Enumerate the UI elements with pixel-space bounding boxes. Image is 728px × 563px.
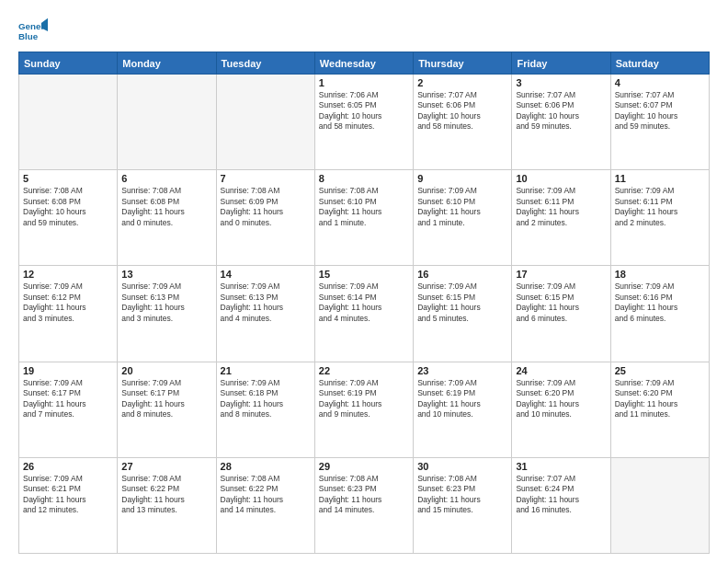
calendar-day-cell: 14Sunrise: 7:09 AM Sunset: 6:13 PM Dayli…	[216, 266, 314, 362]
calendar-day-cell: 30Sunrise: 7:08 AM Sunset: 6:23 PM Dayli…	[414, 457, 512, 553]
day-info: Sunrise: 7:09 AM Sunset: 6:20 PM Dayligh…	[516, 378, 606, 420]
calendar-week-row: 1Sunrise: 7:06 AM Sunset: 6:05 PM Daylig…	[19, 75, 710, 170]
day-info: Sunrise: 7:08 AM Sunset: 6:10 PM Dayligh…	[319, 186, 409, 228]
calendar-day-cell: 24Sunrise: 7:09 AM Sunset: 6:20 PM Dayli…	[512, 362, 610, 457]
calendar-day-cell: 29Sunrise: 7:08 AM Sunset: 6:23 PM Dayli…	[314, 457, 413, 553]
weekday-header-tuesday: Tuesday	[216, 52, 314, 75]
page: General Blue SundayMondayTuesdayWednesda…	[0, 0, 728, 563]
day-info: Sunrise: 7:07 AM Sunset: 6:24 PM Dayligh…	[516, 474, 606, 516]
weekday-header-saturday: Saturday	[610, 52, 709, 75]
calendar-day-cell: 8Sunrise: 7:08 AM Sunset: 6:10 PM Daylig…	[314, 170, 413, 266]
day-number: 27	[121, 461, 211, 472]
calendar-day-cell: 4Sunrise: 7:07 AM Sunset: 6:07 PM Daylig…	[610, 75, 709, 170]
day-info: Sunrise: 7:09 AM Sunset: 6:20 PM Dayligh…	[615, 378, 705, 420]
day-info: Sunrise: 7:06 AM Sunset: 6:05 PM Dayligh…	[319, 90, 409, 132]
calendar-day-cell: 19Sunrise: 7:09 AM Sunset: 6:17 PM Dayli…	[19, 362, 118, 457]
day-number: 12	[23, 269, 113, 280]
day-info: Sunrise: 7:09 AM Sunset: 6:13 PM Dayligh…	[221, 282, 311, 324]
day-number: 2	[417, 77, 507, 88]
calendar-day-cell: 11Sunrise: 7:09 AM Sunset: 6:11 PM Dayli…	[610, 170, 709, 266]
day-info: Sunrise: 7:09 AM Sunset: 6:19 PM Dayligh…	[417, 378, 507, 420]
calendar-day-cell: 10Sunrise: 7:09 AM Sunset: 6:11 PM Dayli…	[512, 170, 610, 266]
day-info: Sunrise: 7:07 AM Sunset: 6:07 PM Dayligh…	[615, 90, 705, 132]
day-info: Sunrise: 7:09 AM Sunset: 6:11 PM Dayligh…	[615, 186, 705, 228]
day-number: 1	[319, 77, 409, 88]
day-info: Sunrise: 7:07 AM Sunset: 6:06 PM Dayligh…	[417, 90, 507, 132]
calendar-day-cell: 26Sunrise: 7:09 AM Sunset: 6:21 PM Dayli…	[19, 457, 118, 553]
day-number: 10	[516, 173, 606, 184]
calendar-day-cell: 18Sunrise: 7:09 AM Sunset: 6:16 PM Dayli…	[610, 266, 709, 362]
day-info: Sunrise: 7:07 AM Sunset: 6:06 PM Dayligh…	[516, 90, 606, 132]
day-number: 5	[23, 173, 113, 184]
day-number: 23	[417, 365, 507, 376]
calendar-day-cell: 25Sunrise: 7:09 AM Sunset: 6:20 PM Dayli…	[610, 362, 709, 457]
calendar-day-cell: 23Sunrise: 7:09 AM Sunset: 6:19 PM Dayli…	[414, 362, 512, 457]
day-number: 31	[516, 461, 606, 472]
day-info: Sunrise: 7:08 AM Sunset: 6:23 PM Dayligh…	[417, 474, 507, 516]
calendar-week-row: 26Sunrise: 7:09 AM Sunset: 6:21 PM Dayli…	[19, 457, 710, 553]
day-info: Sunrise: 7:09 AM Sunset: 6:12 PM Dayligh…	[23, 282, 113, 324]
day-number: 26	[23, 461, 113, 472]
calendar-day-cell: 31Sunrise: 7:07 AM Sunset: 6:24 PM Dayli…	[512, 457, 610, 553]
weekday-header-sunday: Sunday	[19, 52, 118, 75]
calendar-day-cell	[19, 75, 118, 170]
day-info: Sunrise: 7:09 AM Sunset: 6:10 PM Dayligh…	[417, 186, 507, 228]
calendar-day-cell: 20Sunrise: 7:09 AM Sunset: 6:17 PM Dayli…	[118, 362, 216, 457]
day-number: 7	[221, 173, 311, 184]
day-number: 11	[615, 173, 705, 184]
calendar-day-cell: 6Sunrise: 7:08 AM Sunset: 6:08 PM Daylig…	[118, 170, 216, 266]
calendar-day-cell: 1Sunrise: 7:06 AM Sunset: 6:05 PM Daylig…	[314, 75, 413, 170]
day-info: Sunrise: 7:09 AM Sunset: 6:21 PM Dayligh…	[23, 474, 113, 516]
svg-text:Blue: Blue	[18, 31, 39, 41]
weekday-header-friday: Friday	[512, 52, 610, 75]
day-info: Sunrise: 7:09 AM Sunset: 6:13 PM Dayligh…	[121, 282, 211, 324]
day-number: 29	[319, 461, 409, 472]
day-info: Sunrise: 7:09 AM Sunset: 6:17 PM Dayligh…	[121, 378, 211, 420]
calendar-day-cell	[610, 457, 709, 553]
day-info: Sunrise: 7:09 AM Sunset: 6:16 PM Dayligh…	[615, 282, 705, 324]
day-number: 4	[615, 77, 705, 88]
day-number: 15	[319, 269, 409, 280]
day-info: Sunrise: 7:08 AM Sunset: 6:22 PM Dayligh…	[221, 474, 311, 516]
general-blue-logo-icon: General Blue	[18, 17, 48, 46]
calendar-table: SundayMondayTuesdayWednesdayThursdayFrid…	[18, 52, 710, 554]
day-number: 28	[221, 461, 311, 472]
day-info: Sunrise: 7:09 AM Sunset: 6:15 PM Dayligh…	[417, 282, 507, 324]
day-info: Sunrise: 7:09 AM Sunset: 6:15 PM Dayligh…	[516, 282, 606, 324]
logo: General Blue	[18, 17, 48, 46]
day-info: Sunrise: 7:08 AM Sunset: 6:08 PM Dayligh…	[121, 186, 211, 228]
day-info: Sunrise: 7:08 AM Sunset: 6:23 PM Dayligh…	[319, 474, 409, 516]
calendar-day-cell: 2Sunrise: 7:07 AM Sunset: 6:06 PM Daylig…	[414, 75, 512, 170]
day-number: 18	[615, 269, 705, 280]
calendar-day-cell	[216, 75, 314, 170]
day-number: 25	[615, 365, 705, 376]
day-info: Sunrise: 7:09 AM Sunset: 6:18 PM Dayligh…	[221, 378, 311, 420]
day-number: 6	[121, 173, 211, 184]
day-info: Sunrise: 7:08 AM Sunset: 6:09 PM Dayligh…	[221, 186, 311, 228]
calendar-day-cell: 13Sunrise: 7:09 AM Sunset: 6:13 PM Dayli…	[118, 266, 216, 362]
day-number: 8	[319, 173, 409, 184]
day-info: Sunrise: 7:09 AM Sunset: 6:17 PM Dayligh…	[23, 378, 113, 420]
weekday-header-row: SundayMondayTuesdayWednesdayThursdayFrid…	[19, 52, 710, 75]
header: General Blue	[18, 17, 710, 46]
calendar-day-cell: 5Sunrise: 7:08 AM Sunset: 6:08 PM Daylig…	[19, 170, 118, 266]
calendar-day-cell: 9Sunrise: 7:09 AM Sunset: 6:10 PM Daylig…	[414, 170, 512, 266]
calendar-day-cell: 28Sunrise: 7:08 AM Sunset: 6:22 PM Dayli…	[216, 457, 314, 553]
weekday-header-wednesday: Wednesday	[314, 52, 413, 75]
calendar-day-cell: 22Sunrise: 7:09 AM Sunset: 6:19 PM Dayli…	[314, 362, 413, 457]
calendar-week-row: 12Sunrise: 7:09 AM Sunset: 6:12 PM Dayli…	[19, 266, 710, 362]
day-number: 3	[516, 77, 606, 88]
calendar-day-cell: 7Sunrise: 7:08 AM Sunset: 6:09 PM Daylig…	[216, 170, 314, 266]
calendar-week-row: 19Sunrise: 7:09 AM Sunset: 6:17 PM Dayli…	[19, 362, 710, 457]
day-number: 19	[23, 365, 113, 376]
calendar-day-cell: 27Sunrise: 7:08 AM Sunset: 6:22 PM Dayli…	[118, 457, 216, 553]
weekday-header-thursday: Thursday	[414, 52, 512, 75]
day-number: 14	[221, 269, 311, 280]
calendar-day-cell: 15Sunrise: 7:09 AM Sunset: 6:14 PM Dayli…	[314, 266, 413, 362]
day-info: Sunrise: 7:09 AM Sunset: 6:19 PM Dayligh…	[319, 378, 409, 420]
day-number: 22	[319, 365, 409, 376]
calendar-day-cell: 21Sunrise: 7:09 AM Sunset: 6:18 PM Dayli…	[216, 362, 314, 457]
calendar-day-cell: 3Sunrise: 7:07 AM Sunset: 6:06 PM Daylig…	[512, 75, 610, 170]
day-number: 9	[417, 173, 507, 184]
day-info: Sunrise: 7:09 AM Sunset: 6:14 PM Dayligh…	[319, 282, 409, 324]
